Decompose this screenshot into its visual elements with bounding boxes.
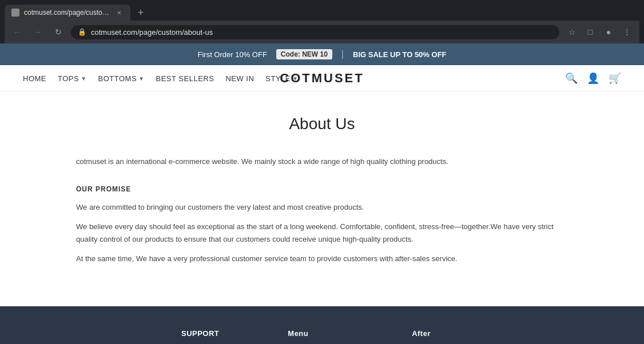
footer-col-menu: Menu Privacy Policy Terms of Service [288, 329, 343, 344]
reload-button[interactable]: ↻ [50, 24, 66, 40]
promo-code: Code: NEW 10 [276, 49, 332, 59]
security-icon: 🔒 [78, 28, 86, 36]
footer-col-after: After Return Policy Shipping Policy [412, 329, 463, 344]
extensions-button[interactable]: □ [582, 24, 598, 40]
new-tab-button[interactable]: + [133, 5, 149, 21]
main-content: About Us cotmuset is an international e-… [65, 92, 579, 306]
browser-tabs: cotmuset.com/page/custom/a... ✕ + [5, 5, 639, 21]
promo-bar: First Order 10% OFF Code: NEW 10 | BIG S… [0, 43, 644, 65]
promise-paragraph-2: We believe every day should feel as exce… [76, 221, 568, 246]
nav-home[interactable]: HOME [23, 74, 46, 83]
nav-tops[interactable]: TOPS ▼ [58, 74, 87, 83]
nav-new-in[interactable]: NEW IN [225, 74, 254, 83]
browser-tab-active[interactable]: cotmuset.com/page/custom/a... ✕ [5, 5, 130, 21]
address-bar[interactable]: 🔒 cotmuset.com/page/custom/about-us [71, 25, 559, 39]
promise-paragraph-3: At the same time, We have a very profess… [76, 253, 568, 265]
bottoms-chevron-icon: ▼ [138, 75, 144, 82]
site-header: HOME TOPS ▼ BOTTOMS ▼ BEST SELLERS NEW I… [0, 65, 644, 92]
main-nav: HOME TOPS ▼ BOTTOMS ▼ BEST SELLERS NEW I… [23, 74, 298, 83]
site-logo[interactable]: COTMUSET [280, 71, 364, 86]
header-actions: 🔍 👤 🛒 [565, 72, 621, 85]
footer-columns: SUPPORT About Us Contact Us Menu Privacy… [34, 329, 610, 344]
browser-toolbar: ← → ↻ 🔒 cotmuset.com/page/custom/about-u… [5, 21, 639, 43]
site-footer: SUPPORT About Us Contact Us Menu Privacy… [0, 306, 644, 344]
footer-menu-title: Menu [288, 329, 343, 338]
promise-paragraph-1: We are committed to bringing our custome… [76, 201, 568, 214]
browser-chrome: cotmuset.com/page/custom/a... ✕ + ← → ↻ … [0, 0, 644, 43]
browser-actions: ☆ □ ● ⋮ [564, 24, 635, 40]
promo-sale: BIG SALE UP TO 50% OFF [353, 50, 447, 59]
footer-col-support: SUPPORT About Us Contact Us [181, 329, 219, 344]
account-icon[interactable]: 👤 [587, 72, 599, 85]
address-text: cotmuset.com/page/custom/about-us [91, 28, 552, 37]
tab-title: cotmuset.com/page/custom/a... [24, 9, 110, 17]
tops-chevron-icon: ▼ [81, 75, 86, 82]
page-title: About Us [76, 115, 568, 133]
back-button[interactable]: ← [9, 24, 25, 40]
tab-favicon [11, 9, 19, 17]
profile-button[interactable]: ● [601, 24, 617, 40]
search-icon[interactable]: 🔍 [565, 72, 578, 85]
nav-bottoms[interactable]: BOTTOMS ▼ [98, 74, 145, 83]
menu-button[interactable]: ⋮ [619, 24, 635, 40]
nav-best-sellers[interactable]: BEST SELLERS [156, 74, 214, 83]
cart-icon[interactable]: 🛒 [609, 72, 621, 85]
intro-text: cotmuset is an international e-commerce … [76, 156, 568, 168]
footer-after-title: After [412, 329, 463, 338]
promo-divider: | [341, 49, 344, 59]
bookmark-button[interactable]: ☆ [564, 24, 580, 40]
our-promise-heading: OUR PROMISE [76, 185, 568, 193]
forward-button[interactable]: → [30, 24, 46, 40]
footer-support-title: SUPPORT [181, 329, 219, 338]
promo-first-order: First Order 10% OFF [197, 50, 267, 59]
tab-close-button[interactable]: ✕ [114, 8, 124, 17]
